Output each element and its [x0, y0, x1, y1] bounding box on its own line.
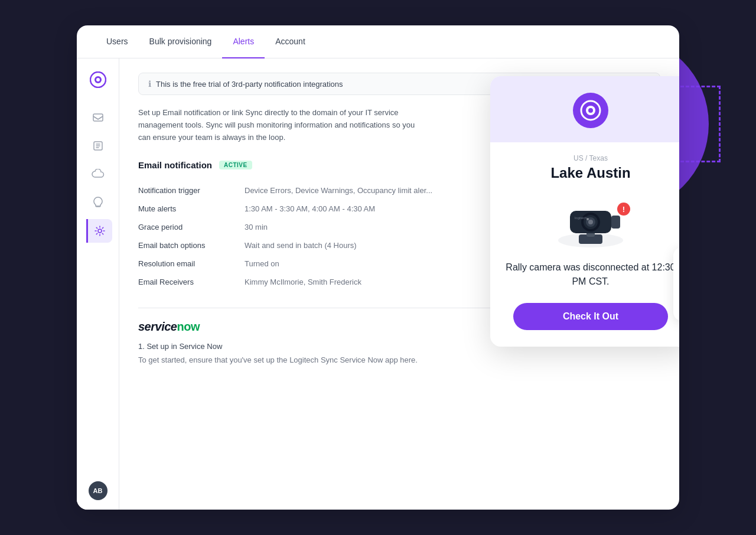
notif-room: Lake Austin: [504, 165, 677, 181]
svg-point-5: [98, 229, 102, 233]
check-it-out-button[interactable]: Check It Out: [513, 303, 669, 330]
logo-icon[interactable]: [86, 68, 110, 92]
user-avatar[interactable]: AB: [89, 481, 107, 500]
sidebar-bulb-icon[interactable]: [86, 191, 110, 214]
notification-message: Rally camera was disconnected at 12:30 P…: [504, 260, 677, 289]
svg-rect-18: [611, 216, 620, 229]
sidebar: AB: [77, 58, 119, 510]
tab-bulk-provisioning[interactable]: Bulk provisioning: [139, 25, 223, 58]
tab-alerts[interactable]: Alerts: [222, 25, 265, 58]
tab-account[interactable]: Account: [265, 25, 316, 58]
field-label: Notification trigger: [138, 181, 245, 200]
notif-body: US / Texas Lake Austin: [490, 142, 679, 347]
svg-point-16: [588, 220, 593, 224]
notif-header: [490, 76, 679, 142]
sidebar-book-icon[interactable]: [86, 134, 110, 158]
notification-card: US / Texas Lake Austin: [490, 76, 679, 347]
tab-users[interactable]: Users: [96, 25, 139, 58]
info-banner-text: This is the free trial of 3rd-party noti…: [156, 80, 343, 89]
svg-text:logitech: logitech: [575, 216, 587, 220]
field-label: Resolution email: [138, 255, 245, 273]
top-nav: Users Bulk provisioning Alerts Account: [77, 25, 679, 58]
notif-logo: [573, 93, 608, 128]
sidebar-cloud-icon[interactable]: [86, 162, 110, 186]
alert-badge: !: [617, 203, 630, 216]
description-text: Set up Email notification or link Sync d…: [138, 107, 422, 143]
field-label: Grace period: [138, 218, 245, 236]
field-label: Mute alerts: [138, 200, 245, 218]
notif-location: US / Texas: [504, 154, 677, 162]
email-section-title: Email notification: [138, 160, 212, 170]
info-icon: ℹ: [148, 79, 151, 89]
sidebar-inbox-icon[interactable]: [86, 106, 110, 129]
main-content: ℹ This is the free trial of 3rd-party no…: [119, 58, 679, 510]
active-badge: ACTIVE: [219, 161, 252, 169]
field-label: Email batch options: [138, 236, 245, 255]
setup-description: To get started, ensure that you've set u…: [138, 355, 660, 364]
svg-point-8: [588, 108, 593, 113]
sidebar-settings-icon[interactable]: [86, 219, 112, 243]
field-label: Email Receivers: [138, 273, 245, 291]
svg-point-2: [96, 78, 100, 81]
main-card: Users Bulk provisioning Alerts Account: [77, 25, 679, 510]
side-icons-panel: [673, 247, 679, 321]
camera-wrapper: logitech !: [546, 193, 635, 260]
content-area: AB ℹ This is the free trial of 3rd-party…: [77, 58, 679, 510]
